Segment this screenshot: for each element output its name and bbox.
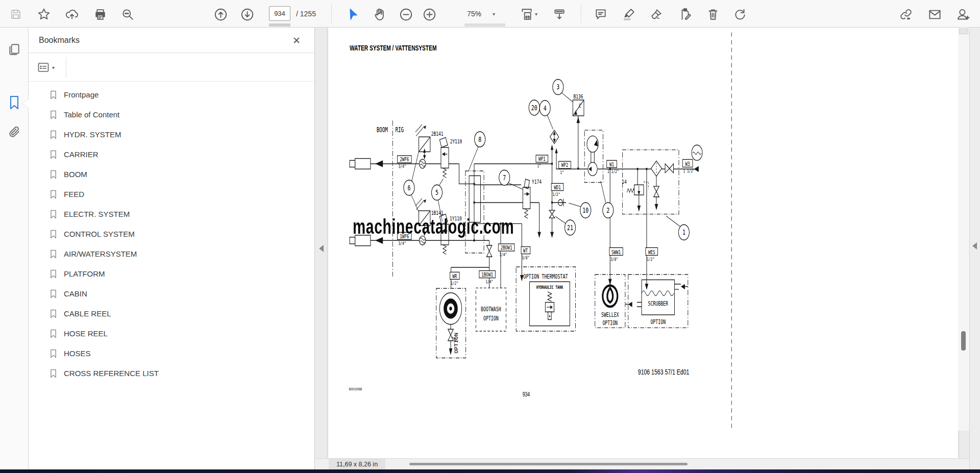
vertical-scrollbar-thumb[interactable]	[961, 331, 966, 351]
bookmarks-panel: Bookmarks ✕ ▾ FrontpageTable of ContentH…	[29, 28, 315, 473]
callout-6: 6	[404, 180, 414, 195]
bookmarks-options-button[interactable]: ▾	[38, 60, 64, 74]
bookmark-item-hoses[interactable]: HOSES	[29, 343, 314, 363]
document-code: 9106 1563 57/1 Ed01	[638, 367, 690, 376]
bookmark-item-table-of-content[interactable]: Table of Content	[29, 105, 314, 125]
toolbar: / 1255 75% ▾ ▾	[0, 0, 980, 28]
signature-pen-icon[interactable]	[648, 6, 665, 22]
page-number-input[interactable]	[269, 6, 290, 21]
search-icon[interactable]	[119, 6, 136, 22]
component-label: 14	[622, 179, 627, 185]
svg-text:W1: W1	[609, 161, 614, 167]
bookmark-label: CROSS REFERENCE LIST	[64, 369, 159, 378]
previous-page-icon[interactable]	[212, 6, 229, 22]
bookmark-item-platform[interactable]: PLATFORM	[29, 264, 314, 284]
bootwash-option-box: BOOTWASH OPTION	[476, 288, 506, 331]
attachments-icon[interactable]	[7, 125, 22, 140]
hand-tool-icon[interactable]	[371, 6, 387, 22]
valve-2B141: 2B141	[415, 125, 444, 160]
horizontal-scrollbar-thumb[interactable]	[409, 463, 688, 465]
bookmark-item-cable-reel[interactable]: CABLE REEL	[29, 304, 314, 323]
svg-text:WES: WES	[648, 248, 655, 255]
star-icon[interactable]	[36, 6, 52, 22]
delete-pages-icon[interactable]	[705, 6, 721, 22]
share-upload-icon[interactable]	[64, 6, 80, 22]
hose-reel-option-label: OPTION	[454, 333, 459, 354]
select-tool-icon[interactable]	[345, 6, 361, 22]
svg-text:5: 5	[435, 188, 438, 196]
page-title: WATER SYSTEM / VATTENSYSTEM	[350, 44, 436, 52]
page-number: 934	[523, 390, 530, 397]
zoom-out-icon[interactable]	[398, 6, 414, 22]
svg-text:4: 4	[544, 104, 547, 112]
bookmark-item-carrier[interactable]: CARRIER	[29, 144, 314, 164]
swellex-label-1: SWELLEX	[601, 311, 619, 318]
vertical-scrollbar-cap	[959, 29, 968, 34]
bookmark-item-hose-reel[interactable]: HOSE REEL	[29, 323, 314, 343]
fit-width-icon[interactable]	[519, 6, 535, 22]
bootwash-label-1: BOOTWASH	[481, 306, 501, 313]
bookmark-icon	[50, 150, 57, 159]
zoom-in-icon[interactable]	[421, 6, 437, 22]
bookmark-item-cabin[interactable]: CABIN	[29, 284, 314, 304]
bookmark-icon	[50, 90, 57, 99]
bookmark-item-hydr-system[interactable]: HYDR. SYSTEM	[29, 125, 314, 144]
pdf-page: WATER SYSTEM / VATTENSYSTEM BOOM RIG	[328, 28, 958, 458]
bookmark-item-air-watersystem[interactable]: AIR/WATERSYSTEM	[29, 244, 314, 264]
bookmark-label: HOSES	[64, 349, 91, 358]
fill-and-sign-icon[interactable]	[677, 6, 694, 22]
vertical-scrollbar[interactable]	[958, 28, 969, 431]
bookmark-icon	[50, 210, 57, 219]
redo-icon[interactable]	[732, 6, 748, 22]
svg-text:3: 3	[556, 83, 559, 91]
page-thumbnails-icon[interactable]	[7, 42, 22, 57]
highlighter-icon[interactable]	[621, 6, 637, 22]
share-with-people-icon[interactable]	[954, 6, 971, 22]
bookmark-item-frontpage[interactable]: Frontpage	[29, 85, 314, 105]
bookmarks-list: FrontpageTable of ContentHYDR. SYSTEMCAR…	[29, 85, 314, 383]
bookmark-item-cross-reference-list[interactable]: CROSS REFERENCE LIST	[29, 363, 314, 383]
callout-4: 4	[540, 101, 550, 116]
bootwash-valve	[486, 245, 492, 257]
valve-2Y110: 2Y110	[439, 137, 462, 178]
bookmark-icon	[50, 170, 57, 179]
expand-tools-arrow-icon[interactable]	[972, 242, 977, 250]
flow-meter-upper	[419, 159, 425, 168]
bookmark-item-boom[interactable]: BOOM	[29, 164, 314, 184]
email-icon[interactable]	[926, 6, 943, 22]
callout-7: 7	[499, 170, 510, 185]
bookmarks-panel-icon[interactable]	[7, 95, 22, 110]
bookmark-item-electr-system[interactable]: ELECTR. SYSTEM	[29, 204, 314, 224]
svg-text:3/8": 3/8"	[610, 257, 618, 262]
print-icon[interactable]	[92, 6, 108, 22]
callout-21: 21	[565, 220, 575, 235]
bookmark-item-control-system[interactable]: CONTROL SYSTEM	[29, 224, 314, 244]
svg-text:3/4": 3/4"	[398, 164, 406, 169]
zoom-level-value[interactable]: 75%	[467, 10, 481, 18]
bookmark-item-feed[interactable]: FEED	[29, 184, 314, 204]
comment-icon[interactable]	[593, 6, 609, 22]
collapse-panel-arrow-icon[interactable]	[319, 245, 324, 252]
bookmark-label: Table of Content	[64, 110, 119, 119]
scrubber-option-box: SCRUBBER OPTION	[625, 275, 688, 328]
panel-title: Bookmarks	[39, 36, 80, 45]
bookmark-label: ELECTR. SYSTEM	[64, 210, 130, 218]
svg-text:1 1/2": 1 1/2"	[607, 169, 619, 174]
save-icon[interactable]	[8, 6, 24, 22]
close-icon[interactable]: ✕	[290, 34, 303, 47]
thermostat-option-box: OPTION THERMOSTAT HYDRAULIC TANK	[516, 267, 575, 331]
valve-Y174: Y174	[523, 179, 542, 218]
svg-text:1/2": 1/2"	[451, 281, 458, 286]
filter-group-box: 14	[622, 150, 679, 214]
bookmark-icon	[50, 230, 57, 239]
scrubber-label: SCRUBBER	[648, 301, 668, 307]
port-WT: WT3/8"	[521, 247, 530, 261]
figure-code: B0010068	[349, 387, 362, 391]
scroll-mode-icon[interactable]	[551, 6, 568, 22]
component-label: B136	[574, 93, 583, 100]
next-page-icon[interactable]	[239, 6, 255, 22]
fit-chevron-down-icon[interactable]: ▾	[535, 11, 537, 17]
zoom-chevron-down-icon[interactable]: ▾	[493, 11, 495, 17]
svg-text:1/4": 1/4"	[485, 279, 493, 284]
share-link-icon[interactable]	[898, 6, 914, 22]
